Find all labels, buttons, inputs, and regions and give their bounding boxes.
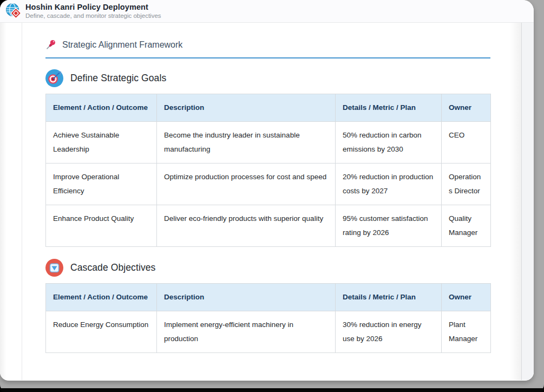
column-header-owner: Owner xyxy=(442,94,491,122)
table-cell-owner: Quality Manager xyxy=(442,205,491,247)
target-icon xyxy=(45,69,63,87)
content-card: Strategic Alignment Framework Define Str… xyxy=(22,23,522,380)
window-title: Hoshin Kanri Policy Deployment xyxy=(25,3,161,11)
table-cell-description: Become the industry leader in sustainabl… xyxy=(157,122,336,164)
table-row: Enhance Product Quality Deliver eco-frie… xyxy=(46,205,491,247)
section-header: Cascade Objectives xyxy=(45,259,490,277)
table-row: Improve Operational Efficiency Optimize … xyxy=(46,164,491,205)
table-cell-owner: CEO xyxy=(442,122,491,164)
column-header-element: Element / Action / Outcome xyxy=(46,284,157,311)
table-cell-element: Improve Operational Efficiency xyxy=(46,164,157,205)
table-header-row: Element / Action / Outcome Description D… xyxy=(46,94,491,122)
table-cell-details: 20% reduction in production costs by 202… xyxy=(336,164,442,205)
scrollbar-track[interactable] xyxy=(522,23,534,380)
page-title: Strategic Alignment Framework xyxy=(62,40,182,50)
objectives-table: Element / Action / Outcome Description D… xyxy=(45,283,491,353)
window-titlebar: Hoshin Kanri Policy Deployment Define, c… xyxy=(0,0,534,23)
section-heading: Cascade Objectives xyxy=(70,262,155,273)
table-cell-description: Optimize production processes for cost a… xyxy=(157,164,336,205)
table-cell-element: Achieve Sustainable Leadership xyxy=(46,122,157,164)
table-cell-details: 95% customer satisfaction rating by 2026 xyxy=(336,205,442,247)
table-cell-description: Implement energy-efficient machinery in … xyxy=(157,311,336,353)
table-cell-element: Enhance Product Quality xyxy=(46,205,157,247)
table-cell-description: Deliver eco-friendly products with super… xyxy=(157,205,336,247)
section-heading: Define Strategic Goals xyxy=(70,73,166,84)
left-edge-shadow xyxy=(0,23,6,380)
column-header-owner: Owner xyxy=(442,284,491,311)
column-header-details: Details / Metric / Plan xyxy=(336,94,442,122)
column-header-details: Details / Metric / Plan xyxy=(336,284,442,311)
column-header-description: Description xyxy=(157,284,336,311)
table-cell-element: Reduce Energy Consumption xyxy=(46,311,157,353)
table-cell-owner: Plant Manager xyxy=(442,311,491,353)
title-divider xyxy=(45,57,490,58)
objectives-section: Cascade Objectives Element / Action / Ou… xyxy=(45,259,490,353)
sections-container: Define Strategic Goals Element / Action … xyxy=(45,69,490,353)
table-cell-details: 50% reduction in carbon emissions by 203… xyxy=(336,122,442,164)
section-icon xyxy=(45,69,63,87)
window-subtitle: Define, cascade, and monitor strategic o… xyxy=(25,13,161,19)
pushpin-icon xyxy=(45,39,57,50)
table-header-row: Element / Action / Outcome Description D… xyxy=(46,284,491,311)
section-header: Define Strategic Goals xyxy=(45,69,490,87)
screen-bottom-strip xyxy=(0,388,544,392)
table-row: Achieve Sustainable Leadership Become th… xyxy=(46,122,491,164)
app-logo-icon xyxy=(5,3,22,19)
table-row: Reduce Energy Consumption Implement ener… xyxy=(46,311,491,353)
page-viewport: Strategic Alignment Framework Define Str… xyxy=(0,23,534,380)
table-cell-details: 30% reduction in energy use by 2026 xyxy=(336,311,442,353)
column-header-description: Description xyxy=(157,94,336,122)
title-block: Hoshin Kanri Policy Deployment Define, c… xyxy=(25,3,161,19)
page-title-row: Strategic Alignment Framework xyxy=(45,39,490,50)
desktop-background: Hoshin Kanri Policy Deployment Define, c… xyxy=(0,0,544,392)
objectives-section: Define Strategic Goals Element / Action … xyxy=(45,69,490,247)
app-window: Hoshin Kanri Policy Deployment Define, c… xyxy=(0,0,534,381)
objectives-table: Element / Action / Outcome Description D… xyxy=(45,94,491,247)
down-button-icon xyxy=(45,259,63,277)
table-cell-owner: Operations Director xyxy=(442,164,491,205)
section-icon xyxy=(45,259,63,277)
column-header-element: Element / Action / Outcome xyxy=(46,94,157,122)
